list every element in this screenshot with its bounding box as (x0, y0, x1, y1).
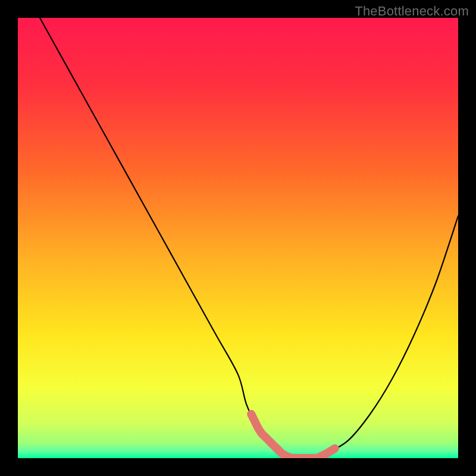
chart-frame: TheBottleneck.com (0, 0, 476, 476)
highlight-end-dot (331, 445, 339, 452)
gradient-background (18, 18, 458, 458)
plot-area (18, 18, 458, 458)
chart-svg (18, 18, 458, 458)
attribution-text: TheBottleneck.com (355, 4, 469, 19)
